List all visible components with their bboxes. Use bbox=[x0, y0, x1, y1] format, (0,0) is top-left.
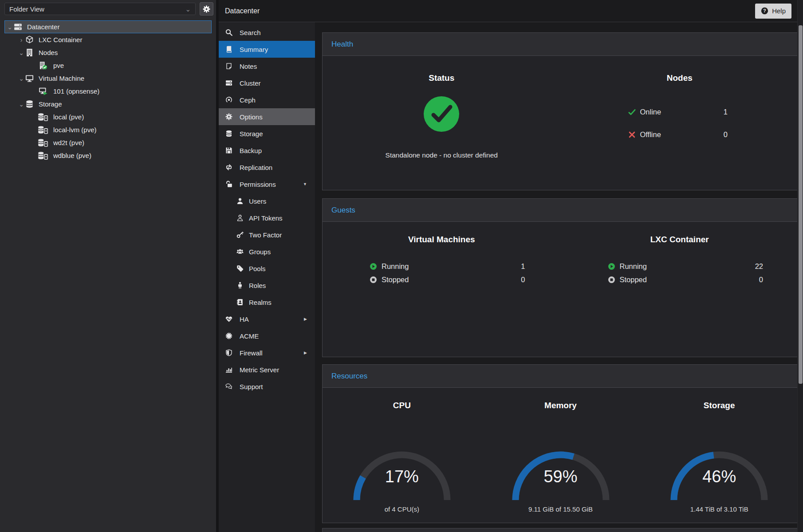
storage-gauge-column: Storage 46% 1.44 TiB of 3.10 TiB bbox=[640, 388, 799, 523]
menu-item-cluster[interactable]: Cluster bbox=[219, 75, 315, 91]
tree-item-label: wd2t (pve) bbox=[53, 139, 84, 146]
health-panel-header: Health bbox=[323, 33, 799, 56]
play-circle-icon bbox=[370, 263, 377, 270]
view-selector-label: Folder View bbox=[9, 5, 44, 13]
menu-item-notes[interactable]: Notes bbox=[219, 58, 315, 75]
menu-item-backup[interactable]: Backup bbox=[219, 142, 315, 159]
lxc-heading: LXC Container bbox=[561, 234, 799, 244]
tree-item-lxc-container[interactable]: › LXC Container bbox=[4, 33, 212, 46]
tree-item-storage-local-lvm[interactable]: local-lvm (pve) bbox=[4, 123, 212, 136]
menu-item-api-tokens[interactable]: API Tokens bbox=[219, 209, 315, 226]
tree-item-storage-wd2t[interactable]: wd2t (pve) bbox=[4, 136, 212, 149]
menu-item-label: Cluster bbox=[240, 79, 261, 87]
gear-icon bbox=[203, 5, 210, 13]
help-button[interactable]: ? Help bbox=[755, 4, 791, 19]
menu-item-support[interactable]: Support bbox=[219, 378, 315, 395]
storage-sublabel: 1.44 TiB of 3.10 TiB bbox=[640, 505, 799, 513]
retweet-icon bbox=[225, 164, 232, 171]
view-selector-dropdown[interactable]: Folder View ⌄ bbox=[4, 3, 196, 15]
menu-item-users[interactable]: Users bbox=[219, 193, 315, 209]
chevron-down-icon[interactable]: ⌄ bbox=[17, 50, 25, 56]
unlock-icon bbox=[225, 181, 232, 188]
health-nodes-column: Nodes Online 1 Offline 0 bbox=[561, 56, 799, 190]
menu-item-label: Users bbox=[249, 197, 266, 205]
menu-item-search[interactable]: Search bbox=[219, 24, 315, 41]
tree-item-label: local-lvm (pve) bbox=[53, 126, 97, 134]
menu-item-summary[interactable]: Summary bbox=[219, 41, 315, 58]
tree-item-label: 101 (opnsense) bbox=[53, 87, 99, 95]
menu-item-permissions[interactable]: Permissions ▼ bbox=[219, 176, 315, 193]
menu-item-label: Summary bbox=[240, 46, 268, 53]
vm-heading: Virtual Machines bbox=[323, 234, 561, 244]
summary-content: Health Status Standalone node - no clust… bbox=[315, 22, 803, 532]
storage-gauge: 46% bbox=[666, 446, 772, 503]
guests-lxc-column: LXC Container Running 22 Stopped bbox=[561, 222, 799, 357]
cube-icon bbox=[25, 35, 34, 44]
tree-item-pve[interactable]: pve bbox=[4, 59, 212, 72]
menu-item-options[interactable]: Options bbox=[219, 108, 315, 125]
guest-row-label: Running bbox=[620, 262, 647, 271]
menu-item-ha[interactable]: HA ▶ bbox=[219, 311, 315, 327]
menu-item-pools[interactable]: Pools bbox=[219, 260, 315, 277]
memory-sublabel: 9.11 GiB of 15.50 GiB bbox=[481, 505, 640, 513]
guest-row-label: Stopped bbox=[382, 276, 409, 284]
chevron-down-icon[interactable]: ⌄ bbox=[17, 75, 25, 82]
gear-icon bbox=[225, 113, 232, 120]
comments-icon bbox=[225, 383, 232, 390]
node-row-label: Online bbox=[640, 108, 661, 116]
status-heading: Status bbox=[323, 73, 561, 83]
memory-gauge: 59% bbox=[508, 446, 614, 503]
guests-panel-header: Guests bbox=[323, 199, 799, 222]
help-button-label: Help bbox=[772, 7, 786, 15]
ceph-icon bbox=[225, 96, 232, 103]
tree-item-label: Datacenter bbox=[27, 23, 59, 31]
menu-item-label: Permissions bbox=[240, 181, 276, 188]
burst-icon bbox=[225, 332, 232, 339]
tree-item-storage-wdblue[interactable]: wdblue (pve) bbox=[4, 149, 212, 162]
building-check-icon bbox=[38, 61, 48, 70]
key-icon bbox=[236, 231, 244, 238]
tree-settings-button[interactable] bbox=[200, 2, 213, 16]
server-icon bbox=[14, 23, 22, 31]
menu-item-label: Replication bbox=[240, 164, 272, 171]
floppy-icon bbox=[225, 147, 232, 154]
tree-item-vm-101[interactable]: 101 (opnsense) bbox=[4, 85, 212, 98]
menu-item-two-factor[interactable]: Two Factor bbox=[219, 226, 315, 243]
chevron-down-icon[interactable]: ⌄ bbox=[17, 101, 25, 107]
storage-percent: 46% bbox=[666, 467, 772, 486]
menu-item-realms[interactable]: Realms bbox=[219, 294, 315, 311]
tree-item-storage-local[interactable]: local (pve) bbox=[4, 110, 212, 123]
vertical-scrollbar bbox=[797, 0, 803, 532]
menu-item-groups[interactable]: Groups bbox=[219, 243, 315, 260]
bar-chart-icon bbox=[225, 366, 232, 373]
menu-item-label: Realms bbox=[249, 299, 272, 306]
menu-item-roles[interactable]: Roles bbox=[219, 277, 315, 294]
health-panel: Health Status Standalone node - no clust… bbox=[322, 32, 799, 190]
scrollbar-thumb[interactable] bbox=[799, 25, 803, 384]
menu-item-storage[interactable]: Storage bbox=[219, 125, 315, 142]
menu-item-firewall[interactable]: Firewall ▶ bbox=[219, 344, 315, 361]
menu-item-label: Pools bbox=[249, 265, 266, 272]
menu-item-label: Backup bbox=[240, 147, 262, 154]
menu-item-label: Search bbox=[240, 29, 261, 36]
menu-item-metric-server[interactable]: Metric Server bbox=[219, 361, 315, 378]
memory-gauge-column: Memory 59% 9.11 GiB of 15.50 GiB bbox=[481, 388, 640, 523]
chevron-right-icon[interactable]: › bbox=[17, 37, 25, 43]
chevron-down-icon[interactable]: ⌄ bbox=[6, 24, 14, 30]
tree-item-storage[interactable]: ⌄ Storage bbox=[4, 98, 212, 110]
user-outline-icon bbox=[236, 214, 244, 221]
menu-item-ceph[interactable]: Ceph bbox=[219, 91, 315, 108]
cpu-percent: 17% bbox=[349, 467, 455, 486]
resources-panel-header: Resources bbox=[323, 365, 799, 388]
node-row-value: 0 bbox=[724, 130, 728, 139]
tree-toolbar: Folder View ⌄ bbox=[0, 0, 216, 18]
tree-item-label: Virtual Machine bbox=[39, 75, 84, 82]
stop-circle-icon bbox=[608, 276, 615, 284]
tree-item-nodes[interactable]: ⌄ Nodes bbox=[4, 46, 212, 59]
server-icon bbox=[225, 79, 232, 87]
menu-item-acme[interactable]: ACME bbox=[219, 327, 315, 344]
menu-item-label: API Tokens bbox=[249, 214, 283, 222]
menu-item-replication[interactable]: Replication bbox=[219, 159, 315, 176]
tree-item-datacenter[interactable]: ⌄ Datacenter bbox=[4, 20, 212, 33]
tree-item-virtual-machine[interactable]: ⌄ Virtual Machine bbox=[4, 72, 212, 85]
